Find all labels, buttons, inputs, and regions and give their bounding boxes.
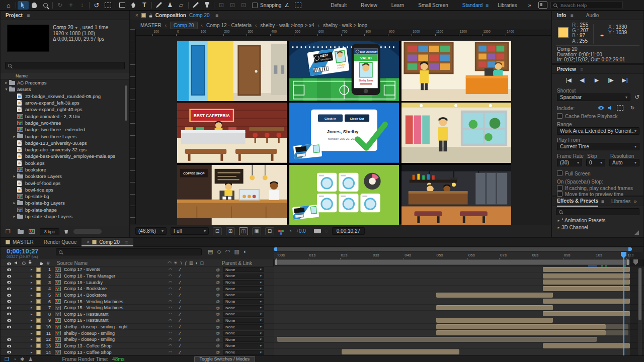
zoom-tool[interactable]	[40, 1, 51, 10]
full-screen-checkbox[interactable]	[557, 170, 562, 176]
interpret-footage-icon[interactable]: ❐	[6, 228, 11, 235]
project-item[interactable]: badge-best-university_employee-male.eps	[3, 153, 123, 159]
motion-blur-icon[interactable]: ◐	[244, 248, 247, 255]
hand-tool[interactable]	[29, 1, 40, 10]
layer-bar[interactable]	[543, 311, 630, 316]
exposure-icon[interactable]: ◔	[289, 228, 292, 234]
collapse-caret-icon[interactable]: ▾	[4, 87, 9, 92]
project-item[interactable]: ▸badge_two-three Layers	[3, 133, 123, 139]
layer-bar[interactable]	[606, 330, 628, 335]
layer-track-3[interactable]	[274, 279, 644, 286]
camera-tool[interactable]	[102, 1, 113, 10]
comp-timecode[interactable]: 0;00;10;27	[332, 227, 365, 235]
layer-bar[interactable]	[277, 337, 597, 342]
project-item[interactable]: badge_two-three	[3, 120, 123, 126]
selection-tool[interactable]	[18, 1, 29, 10]
project-scrollbar[interactable]	[125, 85, 127, 121]
navigator-end-handle[interactable]	[628, 247, 632, 251]
caching-option[interactable]: If caching, play cached frames	[557, 185, 633, 191]
layer-bar[interactable]	[543, 286, 630, 291]
shortcut-dropdown[interactable]: Spacebar▾	[557, 94, 630, 101]
include-overlays-icon[interactable]	[617, 105, 623, 111]
resolution-dropdown[interactable]: Full▾	[171, 227, 209, 235]
vertical-ruler[interactable]	[130, 29, 136, 224]
layer-bar[interactable]	[543, 274, 630, 279]
timeline-panel-menu-icon[interactable]: ≡	[125, 239, 128, 245]
current-time-display[interactable]: 0;00;10;27	[7, 247, 39, 255]
type-tool[interactable]	[139, 1, 150, 10]
workspace-tab-small-screen[interactable]: Small Screen	[411, 3, 455, 8]
channel-icon[interactable]	[278, 230, 281, 232]
source-name-column-header[interactable]: Source Name	[57, 260, 88, 266]
work-area-bar[interactable]	[275, 259, 629, 265]
selected-item-caret-icon[interactable]: ▼	[74, 26, 78, 30]
project-item[interactable]: bp-slate-bg	[3, 193, 123, 200]
expand-caret-icon[interactable]: ▸	[12, 134, 17, 139]
layer-track-10[interactable]	[274, 324, 644, 330]
effects-panel-menu-icon[interactable]: ≡	[601, 197, 604, 206]
frame-rate-dropdown[interactable]: (30)▾	[557, 159, 582, 166]
project-panel-menu-icon[interactable]: ≡	[27, 13, 30, 18]
layer-track-1[interactable]	[274, 266, 644, 273]
workspace-tab-learn[interactable]: Learn	[384, 3, 412, 8]
comp-viewport[interactable]: BEST UNIVERSITY SHELBY JONES BEST UNIVER…	[177, 41, 511, 224]
layer-track-8[interactable]	[274, 311, 644, 317]
layer-bar[interactable]	[543, 280, 630, 285]
draft-preview-icon[interactable]: ◔	[13, 356, 16, 362]
timeline-navigator[interactable]	[274, 247, 632, 251]
draft-3d-icon[interactable]: ◇	[217, 248, 221, 255]
snapping-checkbox[interactable]	[252, 3, 258, 8]
project-item[interactable]: arrow-expand_right-40.eps	[3, 106, 123, 113]
mask-visibility-icon[interactable]: ▣	[252, 227, 261, 235]
settings-icon[interactable]: ✱	[20, 356, 24, 362]
project-panel-header[interactable]: Project ≡	[1, 11, 129, 20]
eraser-tool[interactable]	[176, 1, 187, 10]
layer-bar[interactable]	[543, 267, 630, 272]
magnification-dropdown[interactable]: (46.8%)▾	[135, 227, 167, 235]
effects-list-item[interactable]: ▸* Animation Presets	[556, 217, 639, 224]
skip-dropdown[interactable]: 0▾	[586, 159, 605, 166]
show-snapshot-icon[interactable]: ◌	[325, 228, 328, 234]
breadcrumb-item[interactable]: MASTER	[140, 23, 162, 28]
workspace-menu-icon[interactable]: ≡	[486, 3, 489, 8]
grid-guides-icon[interactable]: ⊞	[226, 227, 235, 235]
effects-list-item[interactable]: ▸3D Channel	[556, 224, 639, 231]
roto-brush-tool[interactable]	[190, 1, 201, 10]
workspace-overflow-icon[interactable]: »	[528, 2, 531, 8]
expand-caret-icon[interactable]: ▸	[12, 174, 17, 178]
project-item[interactable]: ▸bp-slate-shape Layers	[3, 213, 123, 220]
expand-caret-icon[interactable]: ▸	[4, 80, 9, 85]
time-ruler[interactable]: :00s01s02s03s04s05s06s07s08s09s10s11s	[274, 252, 644, 259]
info-tab[interactable]: Info	[557, 13, 566, 18]
parent-link-column-header[interactable]: Parent & Link	[222, 260, 252, 266]
delete-icon[interactable]	[64, 230, 68, 234]
layer-track-9[interactable]	[274, 317, 644, 324]
transparency-grid-icon[interactable]: ◫	[239, 227, 248, 235]
layer-bar[interactable]	[606, 324, 628, 329]
expand-caret-icon[interactable]: ▸	[12, 201, 17, 205]
include-audio-icon[interactable]	[608, 106, 613, 110]
layer-track-5[interactable]	[274, 292, 644, 299]
project-item[interactable]: 23-badge_skewed_rounded-05.png	[3, 93, 123, 100]
layer-track-4[interactable]	[274, 286, 644, 292]
effects-presets-tab[interactable]: Effects & Presets	[557, 197, 598, 207]
rotation-tool[interactable]	[91, 1, 102, 10]
layer-bar[interactable]	[342, 349, 459, 354]
snap-options-icon[interactable]	[281, 1, 292, 10]
work-area-end-handle[interactable]	[627, 259, 629, 265]
hide-shy-icon[interactable]: ◠	[225, 248, 230, 255]
expand-caret-icon[interactable]: ▸	[556, 218, 561, 223]
last-frame-button[interactable]: ▶|	[619, 77, 630, 83]
range-dropdown[interactable]: Work Area Extended By Current…▾	[557, 127, 639, 135]
play-button[interactable]: ▶	[591, 77, 602, 83]
project-item[interactable]: ▾assets	[3, 86, 123, 93]
workspace-switcher-icon[interactable]	[538, 2, 547, 9]
video-column-icon[interactable]	[7, 262, 11, 265]
cache-checkbox[interactable]	[557, 113, 562, 119]
close-tab-icon[interactable]: ×	[135, 11, 138, 20]
full-screen-option[interactable]: Full Screen	[557, 170, 591, 176]
workspace-tab-libraries[interactable]: Libraries	[491, 3, 524, 8]
expand-caret-icon[interactable]: ▸	[12, 214, 17, 219]
pen-tool[interactable]	[128, 1, 139, 10]
layer-track-13[interactable]	[274, 343, 644, 349]
